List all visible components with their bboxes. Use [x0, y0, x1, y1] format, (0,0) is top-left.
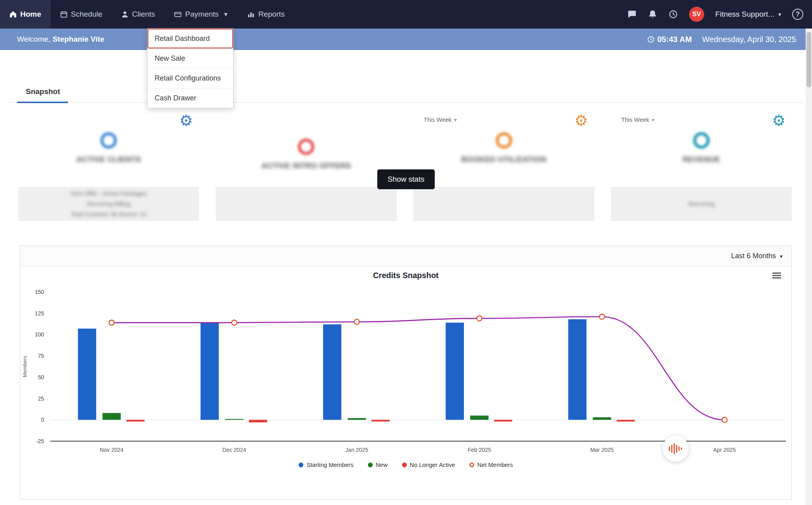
nav-schedule[interactable]: Schedule [51, 0, 112, 29]
svg-text:Members: Members [22, 355, 28, 377]
svg-text:Feb 2025: Feb 2025 [467, 447, 491, 453]
svg-text:75: 75 [38, 353, 44, 359]
svg-text:25: 25 [38, 396, 44, 402]
payments-dropdown: Retail Dashboard New Sale Retail Configu… [147, 28, 234, 108]
legend-item[interactable]: Starting Members [299, 461, 353, 468]
legend-item[interactable]: Net Members [469, 461, 513, 468]
menu-item-new-sale[interactable]: New Sale [147, 48, 233, 68]
scrollbar-thumb[interactable] [806, 32, 811, 87]
nav-clients[interactable]: Clients [112, 0, 165, 29]
chart-menu-icon[interactable] [772, 271, 781, 280]
legend-item[interactable]: No Longer Active [402, 461, 455, 468]
person-icon [121, 11, 128, 18]
card-detail-line: Intro Offer - Active Packages [71, 189, 147, 198]
help-icon[interactable]: ? [792, 9, 803, 20]
top-nav: Home Schedule Clients Payments ▼ Reports [0, 0, 812, 29]
gear-icon[interactable]: ⚙ [575, 113, 588, 128]
chevron-down-icon: ▼ [223, 11, 229, 17]
chart-title: Credits Snapshot [373, 271, 439, 280]
card-details [414, 187, 594, 221]
current-time: 05:43 AM [647, 35, 692, 44]
clock-history-icon[interactable] [668, 10, 678, 19]
chart-legend: Starting MembersNewNo Longer ActiveNet M… [20, 461, 791, 468]
svg-text:50: 50 [38, 374, 44, 380]
card-icon [174, 11, 182, 18]
gear-icon[interactable]: ⚙ [772, 113, 785, 128]
time-value: 05:43 AM [657, 35, 692, 44]
svg-text:Dec 2024: Dec 2024 [222, 447, 246, 453]
chart-panel-header: Last 6 Months ▾ [20, 246, 791, 267]
legend-dot-icon [402, 463, 407, 467]
chevron-down-icon: ▾ [652, 117, 655, 123]
menu-item-label: Retail Configurations [155, 74, 221, 83]
card-active-intro-offers: ACTIVE INTRO OFFERS [216, 109, 396, 221]
legend-label: No Longer Active [410, 461, 455, 468]
bell-icon[interactable] [648, 10, 657, 19]
loading-ring-icon [100, 132, 117, 149]
account-menu[interactable]: Fitness Support... ▾ [715, 10, 781, 19]
loading-ring-icon [298, 138, 314, 155]
nav-reports[interactable]: Reports [238, 0, 294, 29]
filter-label: This Week [424, 116, 452, 123]
card-range-filter[interactable]: This Week ▾ [424, 116, 457, 123]
chat-icon[interactable] [627, 10, 637, 19]
card-title: REVENUE [611, 155, 792, 164]
svg-text:Nov 2024: Nov 2024 [100, 447, 124, 453]
legend-item[interactable]: New [368, 461, 388, 468]
legend-dot-icon [368, 463, 373, 467]
chart-title-row: Credits Snapshot [20, 267, 791, 284]
loading-ring-icon [496, 132, 512, 149]
loading-ring-icon [693, 132, 710, 149]
credits-snapshot-chart: 1501251007550250-25Nov 2024Dec 2024Jan 2… [20, 284, 791, 461]
svg-text:125: 125 [35, 310, 44, 317]
card-details [216, 187, 396, 221]
tab-snapshot[interactable]: Snapshot [17, 87, 68, 102]
nav-payments[interactable]: Payments ▼ [165, 0, 238, 29]
menu-item-label: New Sale [155, 54, 185, 63]
nav-schedule-label: Schedule [71, 10, 102, 19]
card-revenue: This Week ▾ ⚙ REVENUE Recurring [611, 109, 792, 221]
current-date: Wednesday, April 30, 2025 [702, 35, 796, 44]
legend-label: New [376, 461, 388, 468]
range-selector[interactable]: Last 6 Months ▾ [731, 252, 783, 260]
menu-item-label: Retail Dashboard [155, 35, 210, 43]
menu-item-label: Cash Drawer [155, 94, 196, 102]
filter-label: This Week [621, 116, 649, 123]
card-detail-line: Recurring Billing [87, 199, 130, 209]
svg-text:0: 0 [41, 417, 44, 423]
tab-bar: Snapshot [8, 50, 804, 103]
chevron-down-icon: ▾ [780, 253, 783, 259]
svg-text:Mar 2025: Mar 2025 [590, 447, 614, 453]
bar-chart-icon [247, 11, 255, 18]
avatar[interactable]: SV [689, 7, 704, 22]
gear-icon[interactable]: ⚙ [179, 113, 193, 128]
card-title: ACTIVE CLIENTS [18, 155, 199, 164]
menu-item-retail-configurations[interactable]: Retail Configurations [147, 68, 233, 88]
card-booked-utilization: This Week ▾ ⚙ BOOKED UTILIZATION [414, 109, 594, 221]
menu-item-retail-dashboard[interactable]: Retail Dashboard [147, 29, 233, 48]
stat-cards-row: ⚙ ACTIVE CLIENTS Intro Offer - Active Pa… [0, 103, 812, 221]
card-active-clients: ⚙ ACTIVE CLIENTS Intro Offer - Active Pa… [18, 109, 199, 221]
account-label: Fitness Support... [715, 10, 774, 19]
svg-text:150: 150 [35, 289, 44, 295]
card-details: Intro Offer - Active Packages Recurring … [18, 187, 199, 221]
chevron-down-icon: ▾ [454, 117, 457, 123]
menu-item-cash-drawer[interactable]: Cash Drawer [147, 88, 233, 108]
svg-text:Apr 2025: Apr 2025 [713, 447, 736, 453]
card-detail-line: Total Contract: 9k Alumni: 12 [71, 209, 147, 219]
nav-home[interactable]: Home [0, 0, 51, 29]
show-stats-button[interactable]: Show stats [377, 169, 435, 189]
nav-home-label: Home [20, 10, 41, 19]
nav-payments-label: Payments [185, 10, 218, 19]
legend-dot-icon [299, 463, 303, 467]
card-range-filter[interactable]: This Week ▾ [621, 116, 655, 123]
svg-text:Jan 2025: Jan 2025 [345, 447, 368, 453]
home-icon [10, 11, 17, 18]
calendar-icon [60, 11, 67, 18]
card-title: ACTIVE INTRO OFFERS [216, 161, 396, 170]
scrollbar-track[interactable] [806, 29, 812, 505]
range-label: Last 6 Months [731, 252, 776, 260]
card-details: Recurring [611, 187, 792, 221]
welcome-text: Welcome, Stephanie Vite [17, 35, 104, 44]
legend-marker-icon [469, 463, 474, 467]
